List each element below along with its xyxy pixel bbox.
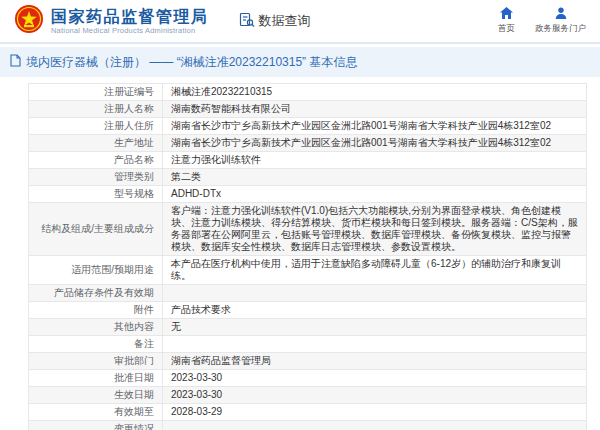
document-icon <box>10 53 21 71</box>
table-row: 生产地址湖南省长沙市宁乡高新技术产业园区金洲北路001号湖南省大学科技产业园4栋… <box>29 135 587 152</box>
row-label: 变更情况 <box>29 421 163 430</box>
row-value: 2023-03-30 <box>163 370 587 387</box>
table-row: 有效期至2028-03-29 <box>29 404 587 421</box>
table-row: 生效日期2023-03-30 <box>29 387 587 404</box>
site-header: 国家药品监督管理局 National Medical Products Admi… <box>0 0 600 44</box>
page-title-band: 境内医疗器械（注册） —— “湘械注准20232210315” 基本信息 <box>0 47 600 77</box>
row-value: ADHD-DTx <box>163 186 587 203</box>
table-row: 其他内容无 <box>29 319 587 336</box>
row-label: 有效期至 <box>29 404 163 421</box>
info-table-body: 注册证编号湘械注准20232210315注册人名称湖南数药智能科技有限公司注册人… <box>29 84 587 430</box>
row-label: 产品名称 <box>29 152 163 169</box>
row-label: 审批部门 <box>29 353 163 370</box>
table-row: 变更情况 <box>29 421 587 430</box>
row-value <box>163 421 587 430</box>
row-value: 2023-03-30 <box>163 387 587 404</box>
row-label: 结构及组成/主要组成成分 <box>29 203 163 256</box>
nav-gov-portal[interactable]: 政务服务门户 <box>535 7 586 35</box>
registration-info-table: 注册证编号湘械注准20232210315注册人名称湖南数药智能科技有限公司注册人… <box>28 83 587 430</box>
table-row: 产品名称注意力强化训练软件 <box>29 152 587 169</box>
header-right-nav: 首页 政务服务门户 <box>498 7 586 35</box>
row-value: 湖南省长沙市宁乡高新技术产业园区金洲北路001号湖南省大学科技产业园4栋312室… <box>163 135 587 152</box>
row-value: 第二类 <box>163 169 587 186</box>
row-value: 无 <box>163 319 587 336</box>
row-label: 生效日期 <box>29 387 163 404</box>
row-value: 注意力强化训练软件 <box>163 152 587 169</box>
table-row: 注册人住所湖南省长沙市宁乡高新技术产业园区金洲北路001号湖南省大学科技产业园4… <box>29 118 587 135</box>
nav-home-label: 首页 <box>498 23 515 35</box>
row-value: 产品技术要求 <box>163 302 587 319</box>
table-row: 附件产品技术要求 <box>29 302 587 319</box>
table-row: 注册人名称湖南数药智能科技有限公司 <box>29 101 587 118</box>
table-row: 注册证编号湘械注准20232210315 <box>29 84 587 101</box>
row-label: 适用范围/预期用途 <box>29 256 163 285</box>
row-value <box>163 336 587 353</box>
table-row: 管理类别第二类 <box>29 169 587 186</box>
row-label: 管理类别 <box>29 169 163 186</box>
agency-name-cn: 国家药品监督管理局 <box>51 8 209 26</box>
row-value: 湖南省药品监督管理局 <box>163 353 587 370</box>
agency-logo[interactable]: 国家药品监督管理局 National Medical Products Admi… <box>14 4 209 38</box>
agency-name-en: National Medical Products Administration <box>51 26 209 35</box>
page-title: 境内医疗器械（注册） —— “湘械注准20232210315” 基本信息 <box>26 54 357 71</box>
row-label: 其他内容 <box>29 319 163 336</box>
user-icon <box>555 7 567 21</box>
nav-data-query-label: 数据查询 <box>259 12 311 30</box>
row-value: 本产品在医疗机构中使用，适用于注意缺陷多动障碍儿童（6-12岁）的辅助治疗和康复… <box>163 256 587 285</box>
table-row: 批准日期2023-03-30 <box>29 370 587 387</box>
table-row: 产品储存条件及有效期 <box>29 285 587 302</box>
row-label: 注册人住所 <box>29 118 163 135</box>
data-query-icon <box>239 12 255 31</box>
row-label: 型号规格 <box>29 186 163 203</box>
nav-gov-portal-label: 政务服务门户 <box>535 23 586 35</box>
national-emblem-icon <box>14 4 44 38</box>
row-value: 湖南省长沙市宁乡高新技术产业园区金洲北路001号湖南省大学科技产业园4栋312室… <box>163 118 587 135</box>
table-row: 结构及组成/主要组成成分客户端：注意力强化训练软件(V1.0)包括六大功能模块,… <box>29 203 587 256</box>
row-value: 客户端：注意力强化训练软件(V1.0)包括六大功能模块,分别为界面登录模块、角色… <box>163 203 587 256</box>
row-value <box>163 285 587 302</box>
row-label: 生产地址 <box>29 135 163 152</box>
home-icon <box>500 7 513 21</box>
row-label: 批准日期 <box>29 370 163 387</box>
table-row: 型号规格ADHD-DTx <box>29 186 587 203</box>
row-label: 备注 <box>29 336 163 353</box>
agency-name-block: 国家药品监督管理局 National Medical Products Admi… <box>51 8 209 35</box>
row-label: 注册人名称 <box>29 101 163 118</box>
nav-data-query[interactable]: 数据查询 <box>239 12 311 31</box>
row-value: 湖南数药智能科技有限公司 <box>163 101 587 118</box>
table-row: 适用范围/预期用途本产品在医疗机构中使用，适用于注意缺陷多动障碍儿童（6-12岁… <box>29 256 587 285</box>
table-row: 审批部门湖南省药品监督管理局 <box>29 353 587 370</box>
row-value: 湘械注准20232210315 <box>163 84 587 101</box>
row-value: 2028-03-29 <box>163 404 587 421</box>
row-label: 产品储存条件及有效期 <box>29 285 163 302</box>
registration-info-table-wrap: 注册证编号湘械注准20232210315注册人名称湖南数药智能科技有限公司注册人… <box>28 83 587 430</box>
nav-home[interactable]: 首页 <box>498 7 515 35</box>
table-row: 备注 <box>29 336 587 353</box>
row-label: 注册证编号 <box>29 84 163 101</box>
row-label: 附件 <box>29 302 163 319</box>
